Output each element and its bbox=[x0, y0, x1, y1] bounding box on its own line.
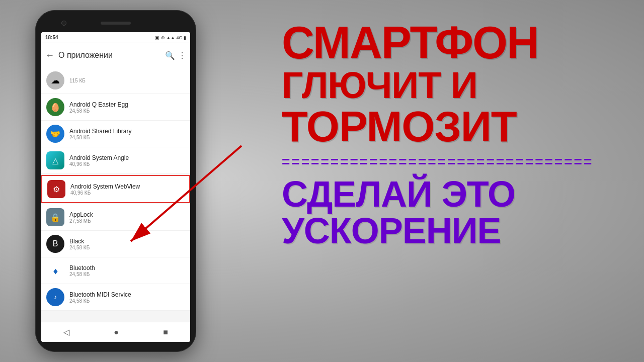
app-size: 24,58 КБ bbox=[69, 298, 185, 304]
app-size: 40,96 КБ bbox=[70, 190, 184, 196]
app-size: 40,96 КБ bbox=[69, 161, 185, 167]
nav-bar: ◁ ● ■ bbox=[41, 322, 190, 342]
list-item[interactable]: ♪ Bluetooth MIDI Service 24,58 КБ bbox=[41, 284, 190, 311]
app-size: 24,58 КБ bbox=[69, 272, 185, 277]
app-bar: ← О приложении 🔍 ⋮ bbox=[41, 43, 190, 67]
app-list: ☁ 115 КБ 🥚 Android Q Easter Egg 24,58 КБ… bbox=[41, 67, 190, 322]
list-item[interactable]: △ Android System Angle 40,96 КБ bbox=[41, 147, 190, 174]
right-content: СМАРТФОН ГЛЮЧИТ И ТОРМОЗИТ =============… bbox=[267, 10, 629, 352]
app-bar-icons: 🔍 ⋮ bbox=[165, 51, 186, 60]
app-icon: ☁ bbox=[46, 71, 64, 89]
headline-line2: ГЛЮЧИТ И bbox=[282, 65, 477, 105]
app-icon: ♪ bbox=[46, 288, 64, 306]
app-size: 27,58 МБ bbox=[69, 218, 185, 224]
sub-line1: СДЕЛАЙ ЭТО bbox=[282, 176, 515, 212]
app-info: Bluetooth 24,58 КБ bbox=[69, 264, 185, 277]
list-item-bluetooth[interactable]: ⬧ Bluetooth 24,58 КБ bbox=[41, 257, 190, 284]
bluetooth-icon: ⬧ bbox=[46, 261, 64, 280]
recents-nav-button[interactable]: ■ bbox=[163, 328, 168, 337]
status-time: 18:54 bbox=[45, 35, 58, 40]
app-info: Android System WebView 40,96 КБ bbox=[70, 183, 184, 196]
sub-line2: УСКОРЕНИЕ bbox=[282, 212, 501, 250]
app-bar-title: О приложении bbox=[58, 51, 161, 60]
list-item-highlighted[interactable]: ⚙ Android System WebView 40,96 КБ bbox=[41, 175, 190, 203]
app-icon: △ bbox=[46, 151, 64, 169]
app-icon: 🥚 bbox=[46, 98, 64, 116]
back-nav-button[interactable]: ◁ bbox=[63, 327, 69, 337]
app-info: Android System Angle 40,96 КБ bbox=[69, 154, 185, 167]
app-name: Android Shared Library bbox=[69, 128, 185, 135]
more-icon[interactable]: ⋮ bbox=[178, 51, 186, 60]
app-name-bluetooth: Bluetooth bbox=[69, 264, 185, 272]
app-name: Android System Angle bbox=[69, 154, 185, 161]
phone-camera bbox=[61, 21, 66, 26]
app-icon: 🤝 bbox=[46, 125, 64, 143]
app-info: Android Shared Library 24,58 КБ bbox=[69, 128, 185, 140]
phone-device: 18:54 ▣ ⊕ ▲▲ 4G ▮ ← О приложении 🔍 ⋮ ☁ 1… bbox=[35, 10, 196, 352]
list-item[interactable]: 🤝 Android Shared Library 24,58 КБ bbox=[41, 121, 190, 147]
phone-speaker bbox=[101, 22, 131, 25]
app-size: 24,58 КБ bbox=[69, 108, 185, 114]
headline-line3: ТОРМОЗИТ bbox=[282, 105, 517, 148]
app-size: 115 КБ bbox=[69, 78, 185, 83]
app-name: Android System WebView bbox=[70, 183, 184, 190]
app-size: 24,58 КБ bbox=[69, 135, 185, 140]
app-info: Black 24,58 КБ bbox=[69, 238, 185, 250]
status-icons: ▣ ⊕ ▲▲ 4G ▮ bbox=[155, 35, 186, 40]
app-info: 115 КБ bbox=[69, 78, 185, 83]
headline-line1: СМАРТФОН bbox=[282, 20, 538, 65]
app-size: 24,58 КБ bbox=[69, 245, 185, 250]
list-item[interactable]: 🥚 Android Q Easter Egg 24,58 КБ bbox=[41, 94, 190, 121]
list-item[interactable]: ☁ 115 КБ bbox=[41, 67, 190, 94]
phone-screen: 18:54 ▣ ⊕ ▲▲ 4G ▮ ← О приложении 🔍 ⋮ ☁ 1… bbox=[41, 32, 190, 342]
app-info: AppLock 27,58 МБ bbox=[69, 211, 185, 224]
phone-body: 18:54 ▣ ⊕ ▲▲ 4G ▮ ← О приложении 🔍 ⋮ ☁ 1… bbox=[35, 10, 196, 352]
divider-line: ================================ bbox=[282, 154, 593, 170]
search-icon[interactable]: 🔍 bbox=[165, 51, 175, 60]
app-info: Android Q Easter Egg 24,58 КБ bbox=[69, 101, 185, 114]
status-bar: 18:54 ▣ ⊕ ▲▲ 4G ▮ bbox=[41, 32, 190, 43]
list-item[interactable]: 🔒 AppLock 27,58 МБ bbox=[41, 204, 190, 231]
app-icon-webview: ⚙ bbox=[47, 180, 65, 198]
app-icon: 🔒 bbox=[46, 208, 64, 226]
home-nav-button[interactable]: ● bbox=[114, 328, 119, 337]
phone-top-bar bbox=[41, 16, 190, 30]
list-item[interactable]: B Black 24,58 КБ bbox=[41, 231, 190, 257]
app-name: Black bbox=[69, 238, 185, 245]
back-button[interactable]: ← bbox=[45, 50, 54, 61]
app-name: AppLock bbox=[69, 211, 185, 218]
app-icon: B bbox=[46, 235, 64, 253]
app-info: Bluetooth MIDI Service 24,58 КБ bbox=[69, 291, 185, 304]
app-name: Bluetooth MIDI Service bbox=[69, 291, 185, 298]
app-name: Android Q Easter Egg bbox=[69, 101, 185, 108]
